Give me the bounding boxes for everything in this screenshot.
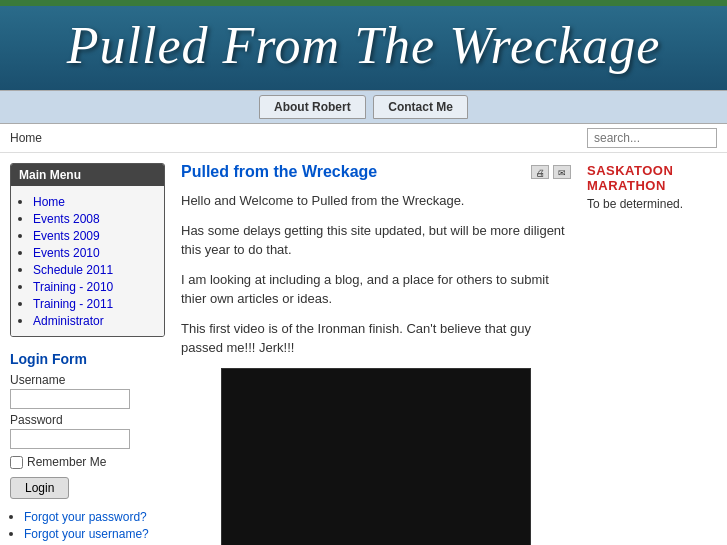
login-link-item: Forgot your password?	[24, 509, 165, 524]
site-title: Pulled From The Wreckage	[20, 16, 707, 75]
menu-item-link[interactable]: Training - 2011	[33, 297, 113, 311]
video-container: Dim lights Download Embed <object type="…	[221, 368, 531, 546]
right-sidebar: SASKATOONMARATHON To be determined.	[587, 163, 717, 545]
login-link[interactable]: Forgot your password?	[24, 510, 147, 524]
content-paragraph: Hello and Welcome to Pulled from the Wre…	[181, 191, 571, 211]
menu-item-link[interactable]: Home	[33, 195, 65, 209]
breadcrumb-bar: Home	[0, 124, 727, 153]
email-icon[interactable]: ✉	[553, 165, 571, 179]
menu-item: Schedule 2011	[33, 262, 156, 277]
menu-item: Home	[33, 194, 156, 209]
password-input[interactable]	[10, 429, 130, 449]
password-label: Password	[10, 413, 165, 427]
nav-bar: About Robert Contact Me	[0, 90, 727, 124]
menu-item: Events 2009	[33, 228, 156, 243]
menu-item: Administrator	[33, 313, 156, 328]
content-title: Pulled from the Wreckage	[181, 163, 571, 181]
content-icons-row: 🖨 ✉ Pulled from the Wreckage	[181, 163, 571, 191]
menu-item: Training - 2010	[33, 279, 156, 294]
main-menu-title: Main Menu	[11, 164, 164, 186]
login-link-item: Forgot your username?	[24, 526, 165, 541]
right-sidebar-text: To be determined.	[587, 197, 717, 211]
menu-item-link[interactable]: Schedule 2011	[33, 263, 113, 277]
menu-item-link[interactable]: Events 2009	[33, 229, 100, 243]
menu-list: HomeEvents 2008Events 2009Events 2010Sch…	[19, 194, 156, 328]
site-header: Pulled From The Wreckage	[0, 6, 727, 90]
content-area: 🖨 ✉ Pulled from the Wreckage Hello and W…	[175, 163, 577, 545]
menu-item-link[interactable]: Training - 2010	[33, 280, 113, 294]
nav-tab-about[interactable]: About Robert	[259, 95, 366, 119]
content-paragraph: Has some delays getting this site update…	[181, 221, 571, 260]
menu-item-link[interactable]: Events 2008	[33, 212, 100, 226]
right-sidebar-title: SASKATOONMARATHON	[587, 163, 717, 193]
breadcrumb-home[interactable]: Home	[10, 131, 42, 145]
username-input[interactable]	[10, 389, 130, 409]
login-links: Forgot your password?Forgot your usernam…	[10, 509, 165, 545]
content-paragraphs: Hello and Welcome to Pulled from the Wre…	[181, 191, 571, 358]
menu-item-link[interactable]: Events 2010	[33, 246, 100, 260]
content-icons: 🖨 ✉	[531, 165, 571, 179]
sidebar: Main Menu HomeEvents 2008Events 2009Even…	[10, 163, 165, 545]
login-button[interactable]: Login	[10, 477, 69, 499]
menu-item-link[interactable]: Administrator	[33, 314, 104, 328]
nav-tab-contact[interactable]: Contact Me	[373, 95, 468, 119]
remember-me-checkbox[interactable]	[10, 456, 23, 469]
remember-me-label: Remember Me	[27, 455, 106, 469]
print-icon[interactable]: 🖨	[531, 165, 549, 179]
main-menu-box: Main Menu HomeEvents 2008Events 2009Even…	[10, 163, 165, 337]
content-paragraph: This first video is of the Ironman finis…	[181, 319, 571, 358]
login-form-title: Login Form	[10, 351, 165, 367]
content-paragraph: I am looking at including a blog, and a …	[181, 270, 571, 309]
menu-item: Events 2008	[33, 211, 156, 226]
menu-item: Events 2010	[33, 245, 156, 260]
login-link[interactable]: Forgot your username?	[24, 527, 149, 541]
main-menu-content: HomeEvents 2008Events 2009Events 2010Sch…	[11, 186, 164, 336]
username-label: Username	[10, 373, 165, 387]
search-input[interactable]	[587, 128, 717, 148]
login-section: Login Form Username Password Remember Me…	[10, 351, 165, 545]
menu-item: Training - 2011	[33, 296, 156, 311]
